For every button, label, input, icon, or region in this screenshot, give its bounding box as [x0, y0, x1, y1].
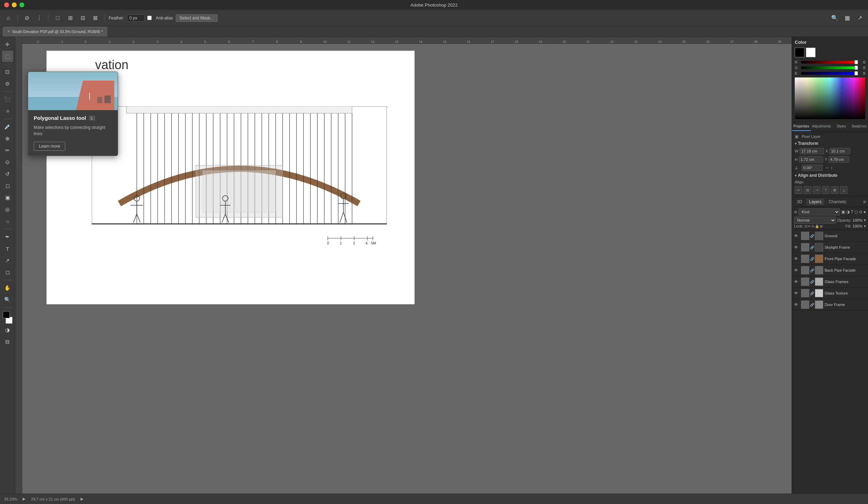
- tab-properties[interactable]: Properties: [792, 122, 811, 131]
- lock-artboards-icon[interactable]: ⊙: [811, 224, 814, 228]
- align-center-v-icon[interactable]: ⊞: [831, 186, 838, 194]
- angle-input[interactable]: [802, 165, 823, 171]
- marquee-tool[interactable]: ⊡: [2, 66, 13, 77]
- status-expand[interactable]: ▶: [81, 497, 83, 501]
- tab-adjustments[interactable]: Adjustments: [811, 122, 833, 131]
- tab-layers[interactable]: Layers: [806, 198, 824, 205]
- canvas-area[interactable]: -2 -1 0 1 2 3 4 5 6 7 8 9 10 11 12 13 14…: [15, 37, 792, 494]
- move-tool[interactable]: ✛: [2, 39, 13, 50]
- maximize-button[interactable]: [19, 2, 24, 7]
- object-select-tool[interactable]: ⬛: [2, 94, 13, 105]
- shape-tool[interactable]: ◻: [2, 267, 13, 278]
- home-icon[interactable]: ⌂: [3, 13, 13, 23]
- select-mask-button[interactable]: Select and Mask...: [176, 14, 218, 22]
- options-icon[interactable]: ⋮: [34, 13, 44, 23]
- kind-filter-select[interactable]: Kind: [799, 208, 840, 215]
- subtract-selection-icon[interactable]: ⊟: [78, 13, 87, 23]
- flip-h-icon[interactable]: ↔: [825, 165, 829, 170]
- type-tool[interactable]: T: [2, 243, 13, 254]
- eraser-tool[interactable]: ◻: [2, 180, 13, 191]
- foreground-color-chip[interactable]: [3, 311, 10, 318]
- r-slider-track[interactable]: [801, 61, 856, 64]
- new-selection-icon[interactable]: □: [53, 13, 62, 23]
- lock-position-icon[interactable]: ⊡: [804, 224, 807, 228]
- tab-swatches[interactable]: Swatches: [850, 122, 868, 131]
- share-icon[interactable]: ↗: [855, 13, 865, 23]
- brush-tool[interactable]: ✏: [2, 145, 13, 156]
- lock-extra-icon[interactable]: ⊞: [820, 224, 823, 228]
- layers-panel-menu[interactable]: ≡: [863, 199, 866, 205]
- intersect-selection-icon[interactable]: ⊠: [90, 13, 100, 23]
- filter-type-icon[interactable]: T: [851, 209, 853, 214]
- opacity-arrow[interactable]: ▾: [864, 218, 866, 223]
- anti-alias-checkbox[interactable]: [147, 16, 152, 20]
- layer-visibility-glassframes[interactable]: 👁: [794, 279, 800, 284]
- g-slider-track[interactable]: [801, 66, 856, 69]
- document-tab[interactable]: ✕ South Elevation PDF.pdf @ 33.3% (Groun…: [3, 27, 107, 36]
- blend-mode-select[interactable]: Normal: [794, 217, 836, 224]
- tab-styles[interactable]: Styles: [833, 122, 850, 131]
- close-button[interactable]: [4, 2, 9, 7]
- history-brush-tool[interactable]: ↺: [2, 168, 13, 180]
- layer-item[interactable]: 👁 🔗 Glass Texture: [792, 288, 868, 299]
- align-top-icon[interactable]: ⊤: [822, 186, 829, 194]
- layer-visibility-doorframe[interactable]: 👁: [794, 302, 800, 307]
- b-slider-track[interactable]: [801, 72, 856, 75]
- layers-list[interactable]: 👁 🔗 Ground 👁 🔗 Skyl: [792, 230, 868, 494]
- layer-item[interactable]: 👁 🔗 Skylight Frame: [792, 242, 868, 253]
- foreground-color-swatch[interactable]: [795, 48, 804, 57]
- width-input[interactable]: [800, 148, 824, 154]
- filter-adj-icon[interactable]: ◑: [846, 209, 850, 214]
- filter-toggle[interactable]: ●: [863, 209, 866, 214]
- fill-arrow[interactable]: ▾: [864, 224, 866, 229]
- layer-visibility-ground[interactable]: 👁: [794, 233, 800, 238]
- align-left-icon[interactable]: ⊢: [795, 186, 802, 194]
- layer-visibility-glasstexture[interactable]: 👁: [794, 291, 800, 296]
- learn-more-button[interactable]: Learn more: [34, 142, 65, 151]
- search-icon[interactable]: 🔍: [830, 13, 840, 23]
- layer-item[interactable]: 👁 🔗 Ground: [792, 230, 868, 242]
- quick-mask-tool[interactable]: ◑: [2, 324, 13, 336]
- layer-visibility-backpipe[interactable]: 👁: [794, 268, 800, 273]
- r-slider-thumb[interactable]: [854, 60, 858, 64]
- stamp-tool[interactable]: ⊙: [2, 157, 13, 168]
- tab-channels[interactable]: Channels: [826, 198, 849, 205]
- g-slider-thumb[interactable]: [854, 66, 858, 70]
- add-selection-icon[interactable]: ⊞: [65, 13, 75, 23]
- layer-item[interactable]: 👁 🔗 Back Pipe Facade: [792, 265, 868, 276]
- y-input[interactable]: [828, 156, 849, 163]
- lasso-tool[interactable]: ⊘: [2, 78, 13, 89]
- tab-close[interactable]: ✕: [7, 30, 10, 33]
- hand-tool[interactable]: ✋: [2, 282, 13, 294]
- tab-3d[interactable]: 3D: [794, 198, 805, 205]
- zoom-tool[interactable]: 🔍: [2, 294, 13, 305]
- b-slider-thumb[interactable]: [854, 71, 858, 75]
- gradient-tool[interactable]: ▣: [2, 192, 13, 203]
- layer-item[interactable]: 👁 🔗 Glass Frames: [792, 276, 868, 288]
- panels-icon[interactable]: ▦: [842, 13, 852, 23]
- screen-mode-tool[interactable]: ⊟: [2, 336, 13, 347]
- background-color-swatch[interactable]: [806, 48, 816, 57]
- layer-item[interactable]: 👁 🔗 Front Pipe Facade: [792, 253, 868, 265]
- color-gradient-picker[interactable]: [795, 77, 865, 119]
- pen-tool[interactable]: ✒: [2, 231, 13, 242]
- filter-pixel-icon[interactable]: ▣: [841, 209, 845, 214]
- minimize-button[interactable]: [12, 2, 17, 7]
- layer-item[interactable]: 👁 🔗 Door Frame: [792, 299, 868, 311]
- align-right-icon[interactable]: ⊣: [813, 186, 820, 194]
- feather-input[interactable]: [127, 15, 144, 22]
- x-input[interactable]: [829, 148, 850, 154]
- heal-tool[interactable]: ⊕: [2, 133, 13, 144]
- flip-v-icon[interactable]: ↕: [831, 165, 833, 170]
- path-select-tool[interactable]: ↗: [2, 255, 13, 266]
- status-arrow[interactable]: ▶: [23, 497, 25, 501]
- lock-paint-icon[interactable]: ✏: [808, 224, 811, 228]
- eyedropper-tool[interactable]: 💉: [2, 121, 13, 132]
- artboard-tool[interactable]: ⬚: [2, 51, 13, 62]
- transform-header[interactable]: ▾ Transform: [795, 141, 865, 146]
- align-center-h-icon[interactable]: ⊟: [804, 186, 811, 194]
- blur-tool[interactable]: ◎: [2, 204, 13, 215]
- lock-all-icon[interactable]: 🔒: [815, 224, 819, 228]
- layer-visibility-skylight[interactable]: 👁: [794, 245, 800, 250]
- crop-tool[interactable]: ⌗: [2, 106, 13, 117]
